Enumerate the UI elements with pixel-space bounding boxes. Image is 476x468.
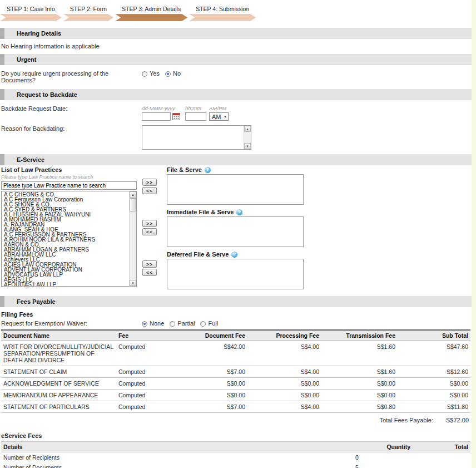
law-practice-item[interactable]: A.C FERGUSSON & PARTNERS [2,232,129,237]
radio-option-label: Yes [150,70,160,77]
radio-option-none[interactable]: None [142,320,164,327]
scroll-up-icon[interactable]: ▲ [244,126,251,132]
backdate-date-row: Backdate Request Date: dd-MMM-yyyy hh:mm… [0,100,472,122]
radio-button-icon[interactable] [200,321,206,327]
eservice-target-label: Immediate File & Serve [167,209,234,215]
law-practice-item[interactable]: ABRAHAMLOW LLC [2,252,129,257]
radio-option-partial[interactable]: Partial [170,320,195,327]
cell-total [413,462,470,468]
law-practice-item[interactable]: A MOHAMED HASHIM [2,217,129,222]
radio-option-label: No [173,70,181,77]
eservice-target-listbox[interactable] [167,259,304,289]
law-practice-item[interactable]: ADVENT LAW CORPORATION [2,267,129,272]
cell-document-name: MEMORANDUM OF APPEARANCE [1,390,116,401]
eservice-target-listbox[interactable] [167,174,304,205]
col-header-fee: Fee [116,330,169,341]
transfer-left-button-deferred[interactable]: << [142,269,157,276]
cell-sub-total: S$0.00 [398,390,470,401]
eservice-target-listbox[interactable] [167,216,304,247]
law-practice-item[interactable]: AEGIS LLC [2,277,129,282]
radio-option-label: Full [208,320,218,327]
cell-document-name: ACKNOWLEDGMENT OF SERVICE [1,378,116,390]
law-practice-item[interactable]: A L HUSSIEN & FAIZAL WAHYUNI [2,212,129,217]
cell-document-name: STATEMENT OF CLAIM [1,366,116,378]
hearing-section-bar: Hearing Details [0,28,472,39]
law-practice-item[interactable]: A. RAJANDRAN [2,222,129,227]
scroll-down-icon[interactable]: ▼ [244,143,251,149]
help-icon[interactable]: ? [231,252,237,258]
law-practice-item[interactable]: A.ANG, SEAH & HOE [2,227,129,232]
ampm-select[interactable]: AM ▼ [209,112,229,121]
law-practice-search-input[interactable] [1,181,137,190]
cell-document-fee: S$7.00 [169,401,247,413]
law-practice-item[interactable]: Achievers LLC [2,257,129,262]
radio-option-yes[interactable]: Yes [142,70,160,77]
transfer-right-button-immediate[interactable]: >> [142,220,157,227]
scroll-up-icon[interactable]: ▲ [130,191,136,198]
law-practice-item[interactable]: A.ROHIM NOOR LILA & PARTNERS [2,237,129,242]
calendar-icon[interactable] [172,113,180,120]
law-practice-item[interactable]: A C Fergusson Law Corporation [2,197,129,202]
law-practice-item[interactable]: A C SHONE & CO. [2,202,129,207]
scrollbar-thumb[interactable] [130,198,136,211]
total-fees-value: S$72.00 [441,417,469,423]
eservice-target-label: Deferred File & Serve [167,251,229,258]
law-practice-item[interactable]: ADVOCATUS LAW LLP [2,272,129,277]
eservice-fee-row: Number of Recipients 0 [1,452,470,463]
time-input-group [185,112,209,121]
transfer-right-button-deferred[interactable]: >> [142,260,157,268]
eservice-target-label: File & Serve [167,166,202,173]
step-tab[interactable]: STEP 4: Submission [189,4,256,21]
radio-option-full[interactable]: Full [200,320,218,327]
section-marker-icon [0,296,4,307]
law-practice-item[interactable]: AARON & CO. [2,242,129,247]
fees-section-bar: Fees Payable [0,296,472,307]
help-icon[interactable]: ? [205,167,211,173]
radio-option-no[interactable]: No [165,70,181,77]
cell-fee: Computed [116,378,169,390]
step-label: STEP 3: Admin Details [115,4,187,14]
step-label: STEP 2: Form [63,4,113,14]
col-header-details: Details [1,442,301,452]
cell-processing-fee: S$4.00 [247,341,321,366]
law-practice-item[interactable]: ACIES LAW CORPORATION [2,262,129,267]
col-header-sub-total: Sub Total [398,330,470,341]
eservice-fees-header-row: Details Quantity Total [1,442,470,452]
radio-button-icon[interactable] [165,71,171,77]
cell-transmission-fee: S$0.00 [321,390,398,401]
radio-button-icon[interactable] [170,321,175,327]
backdate-date-controls: dd-MMM-yyyy hh:mm AM/PM [142,105,231,121]
backdate-reason-textarea[interactable]: ▲ ▼ [142,125,251,150]
listbox-scrollbar[interactable]: ▲ ▼ [129,191,136,286]
law-practice-item[interactable]: ABRAHAM LOGAN & PARTNERS [2,247,129,252]
law-practice-item[interactable]: A C CHEONG & CO. [2,192,129,197]
backdate-date-label: Backdate Request Date: [1,105,142,112]
transfer-right-button-file-serve[interactable]: >> [142,179,157,186]
radio-button-icon[interactable] [142,71,147,77]
step-tab[interactable]: STEP 3: Admin Details [115,4,187,21]
backdate-time-input[interactable] [185,112,206,121]
filing-fees-title: Filing Fees [0,307,472,318]
transfer-left-button-file-serve[interactable]: << [142,187,157,194]
cell-processing-fee: S$4.00 [247,366,321,378]
step-tab[interactable]: STEP 1: Case Info [0,4,62,21]
cell-sub-total: S$12.60 [398,366,470,378]
textarea-scrollbar[interactable]: ▲ ▼ [244,126,251,149]
step-arrow-icon [189,14,256,21]
step-tab[interactable]: STEP 2: Form [63,4,113,21]
fee-table-row: MEMORANDUM OF APPEARANCE Computed S$0.00… [1,390,470,401]
eservice-target-group: Deferred File & Serve ? [167,251,304,289]
backdate-reason-row: Reason for Backdating: ▲ ▼ [0,122,472,154]
help-icon[interactable]: ? [236,209,242,215]
radio-button-icon[interactable] [142,321,147,327]
law-practices-listbox[interactable]: A C CHEONG & CO.A C Fergusson Law Corpor… [1,191,137,287]
backdate-date-input[interactable] [142,112,171,121]
law-practice-item[interactable]: AEQUITAS LAW LLP [2,282,129,287]
time-format-hint: hh:mm [185,105,209,111]
law-practice-item[interactable]: A C SYED & PARTNERS [2,207,129,212]
scroll-down-icon[interactable]: ▼ [130,280,136,286]
eservice-targets-column: File & Serve ? Immediate File & Serve ? … [167,166,304,293]
cell-processing-fee: S$0.00 [247,390,321,401]
transfer-left-button-immediate[interactable]: << [142,228,157,235]
cell-transmission-fee: S$1.60 [321,366,398,378]
